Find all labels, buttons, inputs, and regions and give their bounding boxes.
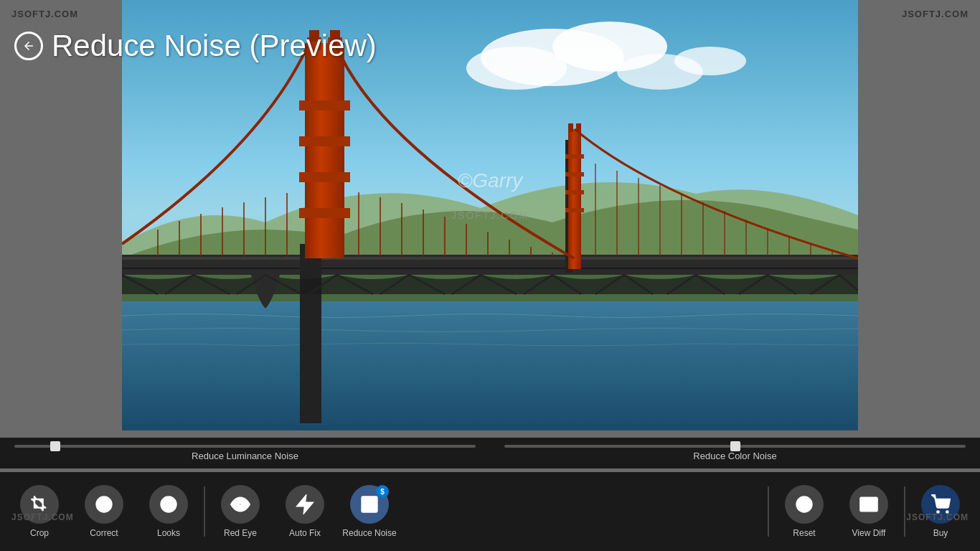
svg-rect-21 bbox=[568, 129, 581, 269]
reduce-noise-badge: $ bbox=[376, 485, 389, 498]
svg-rect-9 bbox=[122, 268, 858, 269]
color-slider-group: Reduce Color Noise bbox=[504, 445, 966, 461]
svg-rect-26 bbox=[568, 123, 573, 132]
luminance-track-wrapper bbox=[14, 445, 476, 448]
red-eye-label: Red Eye bbox=[224, 528, 257, 538]
crop-label: Crop bbox=[30, 528, 49, 538]
image-container: ©Garry JSOFTJ.COM bbox=[122, 0, 858, 430]
side-panel-left bbox=[0, 0, 122, 430]
back-arrow-icon bbox=[22, 39, 35, 52]
luminance-slider-group: Reduce Luminance Noise bbox=[14, 445, 476, 461]
svg-rect-13 bbox=[299, 136, 350, 146]
svg-rect-22 bbox=[565, 154, 584, 159]
svg-rect-11 bbox=[305, 43, 344, 258]
reset-label: Reset bbox=[793, 528, 815, 538]
luminance-slider[interactable] bbox=[14, 445, 476, 448]
svg-rect-15 bbox=[299, 208, 350, 218]
looks-label: Looks bbox=[157, 528, 180, 538]
auto-fix-label: Auto Fix bbox=[289, 528, 321, 538]
color-label: Reduce Color Noise bbox=[504, 451, 966, 461]
svg-rect-12 bbox=[299, 100, 350, 110]
image-copyright: ©Garry bbox=[458, 169, 523, 192]
view-diff-icon-container bbox=[849, 485, 888, 524]
watermark-bottom-right: JSOFTJ.COM bbox=[906, 512, 969, 522]
reduce-noise-icon-container: $ bbox=[350, 485, 389, 524]
toolbar-divider-2 bbox=[768, 486, 769, 537]
looks-icon bbox=[159, 494, 179, 514]
svg-rect-6 bbox=[122, 301, 858, 430]
toolbar-right: Reset View Diff Buy bbox=[765, 479, 973, 544]
color-track-wrapper bbox=[504, 445, 966, 448]
buy-icon bbox=[930, 494, 951, 514]
svg-rect-94 bbox=[862, 500, 867, 509]
color-slider[interactable] bbox=[504, 445, 966, 448]
reduce-noise-icon bbox=[359, 494, 380, 514]
svg-rect-10 bbox=[300, 244, 321, 423]
reduce-noise-label: Reduce Noise bbox=[342, 528, 396, 538]
reset-icon bbox=[794, 494, 814, 514]
red-eye-icon bbox=[230, 494, 250, 514]
sliders-row: Reduce Luminance Noise Reduce Color Nois… bbox=[14, 445, 966, 461]
tool-looks[interactable]: Looks bbox=[136, 479, 201, 544]
watermark-bottom-left: JSOFTJ.COM bbox=[11, 512, 74, 522]
svg-rect-14 bbox=[299, 172, 350, 182]
svg-rect-8 bbox=[122, 257, 858, 260]
view-diff-label: View Diff bbox=[852, 528, 886, 538]
auto-fix-icon-container bbox=[286, 485, 324, 524]
svg-rect-24 bbox=[565, 190, 584, 194]
bridge-image: ©Garry JSOFTJ.COM bbox=[122, 0, 858, 430]
title-area: Reduce Noise (Preview) bbox=[0, 29, 980, 63]
side-panel-right bbox=[858, 0, 980, 430]
toolbar-divider-1 bbox=[204, 486, 205, 537]
tool-reset[interactable]: Reset bbox=[772, 479, 837, 544]
reset-icon-container bbox=[785, 485, 824, 524]
slider-section: Reduce Luminance Noise Reduce Color Nois… bbox=[0, 438, 980, 468]
tool-correct[interactable]: Correct bbox=[72, 479, 136, 544]
toolbar-divider-3 bbox=[904, 486, 905, 537]
watermark-top-right: JSOFTJ.COM bbox=[902, 9, 969, 19]
tool-crop[interactable]: Crop bbox=[7, 479, 72, 544]
back-button[interactable] bbox=[14, 32, 43, 60]
luminance-label: Reduce Luminance Noise bbox=[14, 451, 476, 461]
page-title: Reduce Noise (Preview) bbox=[52, 29, 377, 63]
tool-reduce-noise[interactable]: $ Reduce Noise bbox=[337, 479, 402, 544]
tool-auto-fix[interactable]: Auto Fix bbox=[273, 479, 337, 544]
correct-icon bbox=[94, 494, 114, 514]
tool-buy[interactable]: Buy bbox=[908, 479, 973, 544]
toolbar-left: Crop Correct bbox=[7, 479, 402, 544]
tool-red-eye[interactable]: Red Eye bbox=[208, 479, 273, 544]
svg-rect-23 bbox=[565, 172, 584, 176]
svg-point-88 bbox=[239, 503, 242, 506]
svg-rect-25 bbox=[565, 208, 584, 212]
looks-icon-container bbox=[149, 485, 188, 524]
toolbar: Crop Correct bbox=[0, 472, 980, 551]
svg-rect-89 bbox=[362, 497, 377, 512]
tool-view-diff[interactable]: View Diff bbox=[837, 479, 901, 544]
image-watermark-center: JSOFTJ.COM bbox=[451, 209, 529, 221]
crop-icon bbox=[29, 494, 50, 514]
watermark-top-left: JSOFTJ.COM bbox=[11, 9, 78, 19]
view-diff-icon bbox=[859, 494, 879, 514]
auto-fix-icon bbox=[295, 494, 315, 514]
correct-label: Correct bbox=[90, 528, 118, 538]
red-eye-icon-container bbox=[221, 485, 260, 524]
correct-icon-container bbox=[85, 485, 123, 524]
buy-label: Buy bbox=[933, 528, 948, 538]
